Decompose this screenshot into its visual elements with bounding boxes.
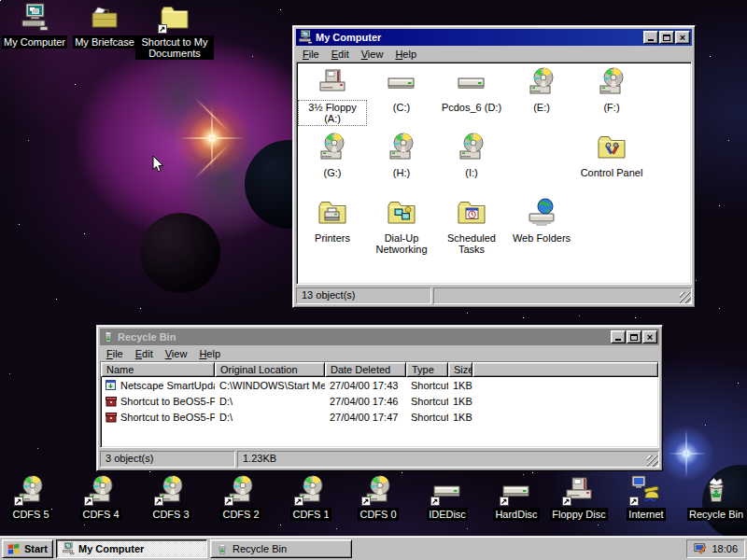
control-panel-folder-icon [597, 133, 627, 162]
printers-item[interactable]: Printers [298, 198, 367, 245]
computer-icon [20, 3, 49, 33]
task-button-recycle-bin[interactable]: Recycle Bin [210, 539, 352, 558]
desktop-icon-my-briefcase[interactable]: My Briefcase [65, 3, 144, 49]
control-panel-item[interactable]: Control Panel [577, 133, 646, 180]
maximize-button[interactable] [659, 31, 674, 44]
status-object-count: 3 object(s) [100, 451, 235, 468]
desktop-icon-label: CDFS 5 [10, 508, 50, 521]
desktop-icon-label: Internet [627, 508, 665, 521]
desktop[interactable]: My Computer My Briefcase Shortcut to My … [0, 0, 747, 560]
status-total-size: 1.23KB [237, 451, 659, 468]
row-date: 27/04/00 17:47 [325, 412, 406, 423]
computer-icon [298, 30, 313, 45]
scheduled-tasks-item[interactable]: Scheduled Tasks [437, 198, 506, 257]
menu-edit[interactable]: Edit [130, 346, 160, 361]
computer-icon [62, 542, 75, 555]
desktop-icon-my-computer[interactable]: My Computer [0, 3, 74, 49]
cd-drive-icon [296, 475, 326, 505]
maximize-button[interactable] [627, 330, 641, 343]
drive-icon-h[interactable]: (H:) [367, 133, 436, 180]
shortcut-arrow-icon [361, 497, 371, 506]
close-icon: × [647, 332, 653, 342]
row-location: D:\ [215, 396, 325, 407]
recycle-bin-statusbar: 3 object(s) 1.23KB [100, 451, 659, 468]
menu-edit[interactable]: Edit [326, 47, 356, 62]
my-computer-statusbar: 13 object(s) [296, 287, 692, 304]
desktop-icon-cdfs0[interactable]: CDFS 0 [339, 475, 417, 521]
desktop-icon-label: Floppy Disc [550, 508, 607, 521]
shortcut-arrow-icon [14, 497, 23, 506]
recycle-bin-window: Recycle Bin × File Edit View Help Name O… [96, 325, 663, 471]
desktop-icon-internet[interactable]: Internet [607, 475, 685, 521]
menu-file[interactable]: File [297, 47, 326, 62]
taskbar-clock[interactable]: 18:06 [712, 543, 738, 554]
recycle-bin-icon [216, 542, 229, 555]
windows-flag-icon [7, 542, 21, 555]
drive-icon-floppy-a[interactable]: 3½ Floppy (A:) [298, 67, 367, 126]
shortcut-arrow-icon [500, 497, 509, 506]
close-button[interactable]: × [642, 330, 657, 343]
cd-drive-icon [597, 67, 627, 97]
desktop-icon-label: IDEDisc [427, 508, 468, 521]
web-folders-icon [527, 198, 557, 228]
shortcut-arrow-icon [562, 497, 571, 506]
floppy-drive-icon [564, 475, 594, 505]
table-row[interactable]: Shortcut to BeOS5-Per... D:\ 27/04/00 17… [101, 409, 658, 425]
desktop-icon-shortcut-my-documents[interactable]: Shortcut to My Documents [135, 3, 214, 60]
item-label: Control Panel [578, 165, 646, 180]
desktop-icon-label: CDFS 4 [80, 508, 120, 521]
desktop-icon-cdfs5[interactable]: CDFS 5 [0, 475, 70, 521]
drive-label: (H:) [390, 165, 413, 180]
drive-icon-g[interactable]: (G:) [298, 133, 367, 180]
desktop-icon-cdfs2[interactable]: CDFS 2 [202, 475, 280, 521]
task-button-my-computer[interactable]: My Computer [56, 539, 207, 558]
column-header-type[interactable]: Type [406, 362, 448, 377]
recycle-bin-icon [102, 330, 115, 343]
row-location: D:\ [215, 412, 325, 423]
drive-icon-e[interactable]: (E:) [507, 67, 576, 115]
minimize-button[interactable] [611, 330, 626, 343]
desktop-icon-recycle-bin[interactable]: Recycle Bin [677, 475, 747, 521]
drive-icon-d[interactable]: Pcdos_6 (D:) [437, 67, 506, 115]
table-row[interactable]: Shortcut to BeOS5-Per... D:\ 27/04/00 17… [101, 393, 658, 409]
recycle-bin-icon [701, 475, 731, 505]
menu-view[interactable]: View [160, 346, 194, 361]
dialup-networking-item[interactable]: Dial-Up Networking [367, 198, 436, 257]
resize-grip[interactable] [680, 292, 691, 303]
start-button[interactable]: Start [2, 539, 53, 558]
drive-icon-f[interactable]: (F:) [577, 67, 646, 115]
menu-file[interactable]: File [101, 346, 130, 361]
menu-help[interactable]: Help [389, 47, 423, 62]
cd-drive-icon [457, 133, 486, 162]
my-computer-content: 3½ Floppy (A:) (C:) Pcdos_6 (D:) (E:) (F… [296, 62, 692, 285]
column-header-name[interactable]: Name [101, 362, 215, 377]
drive-label: (E:) [530, 100, 553, 115]
column-header-date-deleted[interactable]: Date Deleted [325, 362, 406, 377]
drive-icon-i[interactable]: (I:) [437, 133, 506, 180]
column-header-original-location[interactable]: Original Location [215, 362, 325, 377]
package-icon [106, 412, 117, 423]
menu-help[interactable]: Help [193, 346, 227, 361]
close-button[interactable]: × [675, 31, 690, 44]
display-settings-tray-icon[interactable] [694, 542, 707, 555]
menu-view[interactable]: View [356, 47, 390, 62]
recycle-bin-titlebar[interactable]: Recycle Bin × [100, 329, 659, 345]
row-date: 27/04/00 17:43 [325, 380, 406, 391]
desktop-icon-cdfs4[interactable]: CDFS 4 [62, 475, 140, 521]
dialup-networking-folder-icon [387, 198, 416, 228]
table-row[interactable]: Netscape SmartUpdate C:\WINDOWS\Start Me… [101, 377, 658, 393]
minimize-button[interactable] [643, 31, 658, 44]
drive-icon-c[interactable]: (C:) [367, 67, 436, 115]
row-location: C:\WINDOWS\Start Me... [215, 380, 325, 391]
my-computer-titlebar[interactable]: My Computer × [296, 29, 692, 46]
package-icon [106, 396, 117, 407]
desktop-icon-cdfs3[interactable]: CDFS 3 [132, 475, 210, 521]
column-header-size[interactable]: Size [448, 362, 472, 377]
web-folders-item[interactable]: Web Folders [507, 198, 576, 245]
desktop-icon-idedisc[interactable]: IDEDisc [408, 475, 486, 521]
status-extra [433, 287, 692, 304]
shortcut-arrow-icon [84, 497, 93, 506]
resize-grip[interactable] [647, 455, 658, 467]
netscape-smartupdate-icon [106, 380, 117, 391]
row-type: Shortcut [406, 380, 448, 391]
